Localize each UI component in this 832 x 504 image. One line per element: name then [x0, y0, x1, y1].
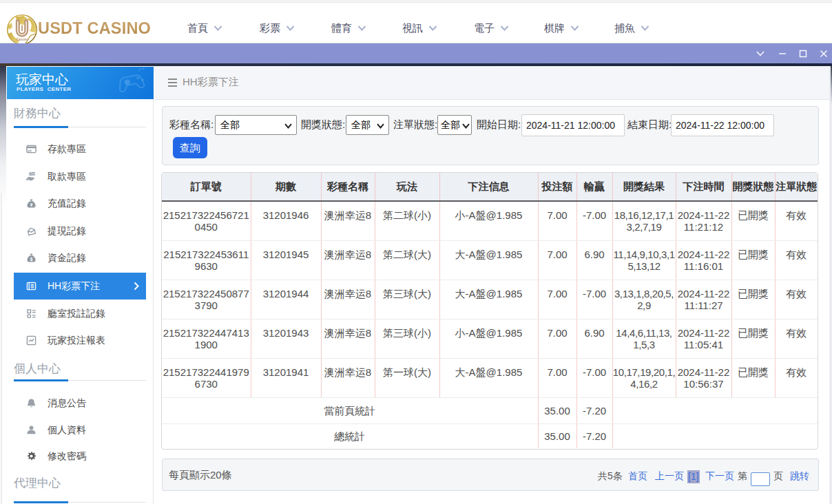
svg-text:Casino: Casino — [16, 37, 29, 41]
svg-text:¥: ¥ — [30, 202, 33, 207]
svg-text:$: $ — [30, 257, 33, 262]
